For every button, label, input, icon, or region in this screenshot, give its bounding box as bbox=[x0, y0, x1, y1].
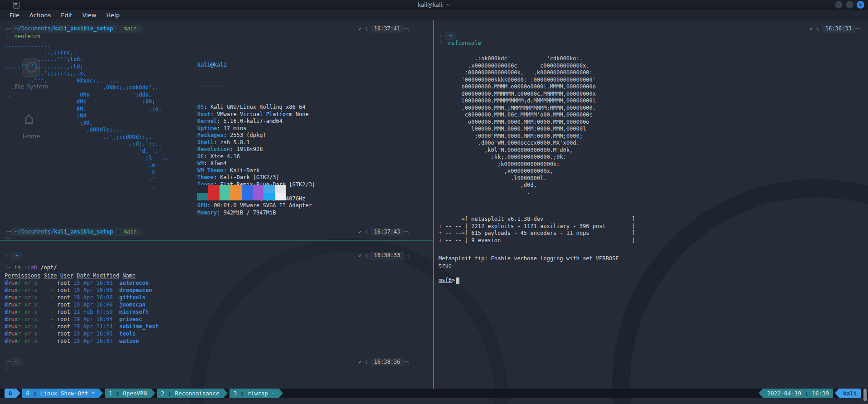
neofetch-separator: : bbox=[214, 139, 220, 146]
command-line: ╰─ bbox=[5, 366, 11, 373]
prompt-line: ╭─ ~ ✔ ❮ 16:38:36 ─╮ bbox=[5, 358, 410, 366]
prompt-path-segment: ~/Documents/kali_ansible_setup❯main bbox=[11, 25, 140, 33]
prompt-path: ~ bbox=[449, 32, 452, 39]
metasploit-tip: Metasploit tip: Enable verbose logging w… bbox=[439, 255, 619, 269]
palette-swatch bbox=[242, 193, 253, 200]
segment-chevron-icon: ❯ bbox=[237, 390, 248, 397]
ls-perm-char bbox=[37, 287, 40, 293]
neofetch-separator: : bbox=[204, 104, 210, 110]
prompt-frame: ╰─ bbox=[5, 264, 11, 272]
command-flags: -lah bbox=[21, 264, 40, 272]
tmux-window-2[interactable]: 2❯Reconnaisance bbox=[157, 389, 224, 398]
ls-perm-char: x bbox=[15, 316, 18, 322]
ls-perm-char: x bbox=[15, 309, 18, 315]
menu-item-view[interactable]: View bbox=[77, 11, 101, 19]
ls-perm-char: x bbox=[24, 331, 27, 337]
menubar: FileActionsEditViewHelp bbox=[0, 10, 868, 20]
prompt-frame-corner: ─╮ bbox=[404, 229, 410, 236]
command-text: msfconsole bbox=[445, 40, 481, 47]
prompt-frame: ╭─ bbox=[5, 359, 11, 366]
palette-swatch bbox=[230, 193, 241, 200]
ls-column-header: Date Modified bbox=[77, 273, 119, 279]
neofetch-color-palette bbox=[197, 185, 286, 200]
ls-perm-char: x bbox=[24, 323, 27, 330]
msf-shell-prompt[interactable]: msf6 > bbox=[439, 277, 459, 284]
ls-date: 19 Apr 16:06 bbox=[73, 302, 116, 308]
tmux-window-3[interactable]: 3❯rlwrap - bbox=[229, 389, 279, 398]
palette-swatch bbox=[275, 185, 286, 193]
neofetch-separator: : bbox=[204, 160, 210, 166]
ls-perm-char: x bbox=[15, 331, 18, 337]
ls-user: root bbox=[57, 294, 70, 301]
neofetch-label: Host bbox=[197, 111, 210, 117]
segment-arrow-icon bbox=[140, 25, 144, 33]
text-cursor bbox=[456, 277, 459, 284]
neofetch-separator: : bbox=[207, 202, 214, 209]
command-line: ╰─ ls -lah /opt/ bbox=[5, 264, 57, 272]
ls-perm-char bbox=[37, 302, 40, 308]
ls-row: drwxr-xr-x - root 19 Apr 16:06 joomscan bbox=[5, 301, 159, 308]
pane-msfconsole[interactable]: ✔ ❮ 16:36:33 ─╮ ╭─ ~ ╰─ msfconsole .:ok0… bbox=[434, 20, 868, 389]
ls-row: drwxr-xr-x - root 19 Apr 16:03 autorecon bbox=[5, 279, 159, 287]
menu-item-help[interactable]: Help bbox=[101, 11, 125, 19]
prompt-frame: ╰─ bbox=[5, 366, 11, 373]
git-branch: main bbox=[123, 229, 138, 236]
neofetch-separator: : bbox=[204, 153, 210, 160]
prompt-path-dir: kali_ansible_setup bbox=[54, 25, 113, 33]
neofetch-value: Kali-Dark [GTK2/3] bbox=[220, 174, 279, 180]
neofetch-separator: : bbox=[224, 132, 230, 138]
angle-separator-icon: ❮ bbox=[365, 25, 368, 33]
ls-perm-char: r bbox=[28, 309, 31, 315]
ls-user: root bbox=[57, 323, 70, 330]
prompt-timestamp: 16:38:33 bbox=[371, 252, 404, 260]
ls-user: root bbox=[57, 302, 70, 308]
minimize-button[interactable] bbox=[835, 1, 843, 9]
ls-date: 19 Apr 16:04 bbox=[73, 316, 116, 322]
pane-ls[interactable]: ╭─ ~ ✔ ❮ 16:38:33 ─╮ ╰─ ls -lah /opt/ Pe… bbox=[0, 241, 433, 389]
ls-perm-char: x bbox=[15, 338, 18, 344]
segment-chevron-icon: ❯ bbox=[112, 390, 123, 397]
tmux-window-1[interactable]: 1❯OpenVPN bbox=[105, 389, 151, 398]
ls-perm-char: x bbox=[24, 309, 27, 315]
ls-perm-char: x bbox=[15, 294, 18, 301]
tmux-session-badge[interactable]: 0 bbox=[5, 389, 16, 398]
ls-perm-char: x bbox=[24, 294, 27, 301]
ls-row: drwxr-xr-x - root 19 Apr 16:06 droopesca… bbox=[5, 287, 159, 294]
ls-perm-char: r bbox=[28, 323, 31, 330]
neofetch-info-line: Kernel: 5.16.0-kali7-amd64 bbox=[197, 118, 315, 125]
menu-item-actions[interactable]: Actions bbox=[24, 11, 56, 19]
prompt-status: ✔ ❮ 16:37:43 ─╮ bbox=[358, 228, 410, 236]
neofetch-value: 00:0f.0 VMware SVGA II Adapter bbox=[214, 202, 312, 209]
segment-chevron-icon: ❯ bbox=[113, 229, 123, 236]
success-check-icon: ✔ bbox=[358, 359, 361, 366]
neofetch-label: WM bbox=[197, 160, 204, 166]
prompt-path-segment: ~ bbox=[11, 358, 20, 366]
ls-perm-char: r bbox=[28, 331, 31, 337]
prompt-frame-corner: ─╮ bbox=[404, 25, 410, 33]
prompt-timestamp: 16:38:36 bbox=[371, 358, 404, 366]
ls-perm-char bbox=[37, 338, 40, 344]
neofetch-label: Resolution bbox=[197, 146, 230, 152]
scrollbar-thumb[interactable] bbox=[863, 389, 867, 401]
terminal-area[interactable]: File System ⌂ Home ╭─ ~/Documents/kali_a… bbox=[0, 20, 868, 389]
ls-row: drwxr-xr-x - root 11 Feb 07:59 microsoft bbox=[5, 308, 159, 316]
neofetch-value: 17 mins bbox=[224, 125, 247, 131]
ls-perm-char bbox=[37, 309, 40, 315]
ls-perm-char: w bbox=[11, 323, 14, 330]
close-button[interactable]: ✕ bbox=[857, 1, 864, 9]
maximize-button[interactable] bbox=[846, 1, 853, 9]
ls-perm-char: w bbox=[11, 338, 14, 344]
ls-size: - bbox=[41, 316, 54, 322]
prompt-path: ~ bbox=[15, 359, 18, 366]
menu-item-file[interactable]: File bbox=[5, 11, 24, 19]
pane-neofetch[interactable]: ╭─ ~/Documents/kali_ansible_setup❯main ✔… bbox=[0, 20, 433, 240]
success-check-icon: ✔ bbox=[358, 25, 361, 33]
palette-swatch bbox=[219, 193, 230, 200]
ls-row: drwxr-xr-x - root 19 Apr 16:04 privesc bbox=[5, 316, 159, 323]
tmux-window-0[interactable]: 0❯Linux Show-Off * bbox=[22, 389, 99, 398]
menu-item-edit[interactable]: Edit bbox=[56, 11, 77, 19]
ls-user: root bbox=[57, 280, 70, 286]
neofetch-value: 5.16.0-kali7-amd64 bbox=[224, 118, 283, 124]
prompt-frame-corner: ─╮ bbox=[404, 252, 410, 259]
neofetch-info-line: Resolution: 1918×928 bbox=[197, 146, 315, 153]
